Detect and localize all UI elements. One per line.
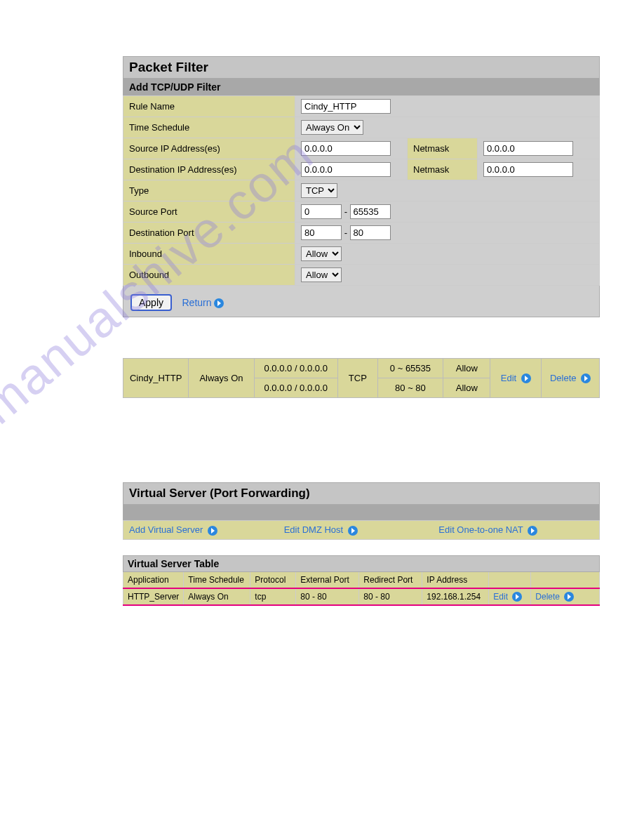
dest-port-label: Destination Port [123,223,295,244]
return-label: Return [182,297,211,308]
inbound-label: Inbound [123,244,295,265]
rule-name-cell: Cindy_HTTP [123,359,189,398]
dest-netmask-input[interactable] [483,162,573,177]
source-port-from-input[interactable] [301,204,342,219]
source-ip-input[interactable] [301,141,391,156]
play-arrow-icon [521,373,531,383]
vst-schedule-cell: Always On [184,588,250,606]
dest-netmask-label: Netmask [408,159,478,180]
rule-inbound-cell: Allow [443,359,490,378]
source-port-label: Source Port [123,201,295,223]
add-vs-label: Add Virtual Server [129,524,203,535]
source-ip-label: Source IP Address(es) [123,138,295,159]
dmz-label: Edit DMZ Host [284,524,344,535]
type-select[interactable]: TCP [301,183,337,198]
edit-nat-link[interactable]: Edit One-to-one NAT [438,524,537,535]
play-arrow-icon [512,592,522,602]
play-arrow-icon [581,373,591,383]
rule-name-input[interactable] [301,99,391,114]
rule-src-cell: 0.0.0.0 / 0.0.0.0 [254,359,337,378]
vst-header-schedule: Time Schedule [184,571,250,588]
vst-edit-link[interactable]: Edit [489,588,531,606]
vst-redir-cell: 80 - 80 [359,588,422,606]
add-filter-subtitle: Add TCP/UDP Filter [123,79,600,95]
rule-edit-link[interactable]: Edit [490,359,542,398]
nat-label: Edit One-to-one NAT [438,524,523,535]
vst-header-proto: Protocol [250,571,296,588]
return-link[interactable]: Return [182,297,223,308]
play-arrow-icon [528,526,537,536]
vst-app-cell: HTTP_Server [123,588,184,606]
rule-delete-link[interactable]: Delete [542,359,600,398]
vst-proto-cell: tcp [250,588,296,606]
edit-dmz-link[interactable]: Edit DMZ Host [284,524,358,535]
vst-ip-cell: 192.168.1.254 [422,588,489,606]
dest-ip-input[interactable] [301,162,391,177]
outbound-select[interactable]: Allow [301,267,342,282]
rule-name-label: Rule Name [123,96,295,117]
dest-port-to-input[interactable] [350,225,391,240]
vst-header-ext: External Port [296,571,359,588]
virtual-server-title: Virtual Server (Port Forwarding) [123,482,600,505]
rule-proto-cell: TCP [337,359,377,398]
delete-label: Delete [535,592,560,602]
rule-dst-cell: 0.0.0.0 / 0.0.0.0 [254,378,337,398]
time-schedule-label: Time Schedule [123,117,295,138]
dash-separator: - [344,206,350,217]
dest-ip-label: Destination IP Address(es) [123,159,295,180]
dash-separator: - [344,227,350,238]
vst-header-redir: Redirect Port [359,571,422,588]
play-arrow-icon [214,298,224,308]
vst-delete-link[interactable]: Delete [531,588,600,606]
vst-header-ip: IP Address [422,571,489,588]
source-netmask-input[interactable] [483,141,573,156]
edit-label: Edit [493,592,508,602]
type-label: Type [123,180,295,201]
outbound-label: Outbound [123,265,295,286]
apply-button[interactable]: Apply [130,294,172,311]
rule-srcport-cell: 0 ~ 65535 [377,359,443,378]
grey-bar [123,505,600,520]
dest-port-from-input[interactable] [301,225,342,240]
edit-label: Edit [501,373,516,383]
play-arrow-icon [564,592,574,602]
delete-label: Delete [550,373,577,383]
play-arrow-icon [208,526,217,536]
inbound-select[interactable]: Allow [301,246,342,261]
source-netmask-label: Netmask [408,138,478,159]
vst-title: Virtual Server Table [123,555,600,571]
time-schedule-select[interactable]: Always On [301,120,363,135]
play-arrow-icon [348,526,358,536]
packet-filter-title: Packet Filter [123,56,600,79]
add-virtual-server-link[interactable]: Add Virtual Server [129,524,217,535]
rule-outbound-cell: Allow [443,378,490,398]
vst-ext-cell: 80 - 80 [296,588,359,606]
source-port-to-input[interactable] [350,204,391,219]
rule-dstport-cell: 80 ~ 80 [377,378,443,398]
vst-header-app: Application [123,571,184,588]
rule-schedule-cell: Always On [189,359,254,398]
